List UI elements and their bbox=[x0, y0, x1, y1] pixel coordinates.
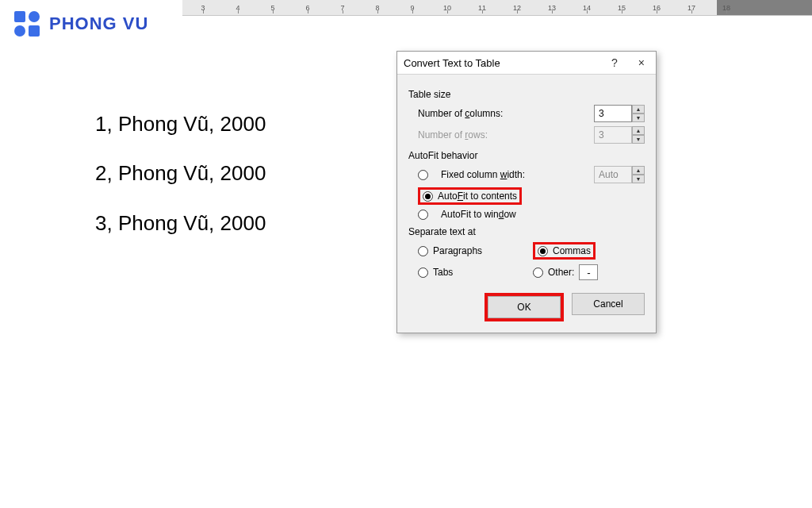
paragraphs-radio[interactable] bbox=[418, 246, 428, 256]
paragraphs-label: Paragraphs bbox=[433, 245, 482, 256]
tabs-radio[interactable] bbox=[418, 267, 428, 278]
brand-logo: PHONG VU bbox=[14, 11, 148, 37]
ruler-mark: 10 bbox=[430, 4, 465, 12]
dialog-title-text: Convert Text to Table bbox=[404, 57, 500, 69]
fixed-width-spinner: ▲ ▼ bbox=[594, 166, 645, 183]
ruler-mark: 17 bbox=[674, 4, 709, 12]
fixed-width-up-button: ▲ bbox=[632, 166, 645, 175]
columns-spinner[interactable]: ▲ ▼ bbox=[594, 105, 645, 122]
close-button[interactable]: × bbox=[634, 56, 649, 69]
dialog-titlebar[interactable]: Convert Text to Table ? × bbox=[397, 52, 656, 75]
horizontal-ruler[interactable]: 3 4 5 6 7 8 9 10 11 12 13 14 15 16 17 18 bbox=[182, 0, 812, 16]
other-input[interactable] bbox=[579, 264, 598, 280]
text-line: 2, Phong Vũ, 2000 bbox=[95, 148, 266, 198]
convert-text-to-table-dialog: Convert Text to Table ? × Table size Num… bbox=[396, 51, 657, 333]
ruler-mark: 12 bbox=[500, 4, 534, 12]
autofit-group-label: AutoFit behavior bbox=[408, 150, 645, 161]
fixed-width-input bbox=[594, 166, 632, 183]
brand-logo-text: PHONG VU bbox=[49, 13, 148, 34]
autofit-contents-label: AutoFit to contents bbox=[438, 190, 517, 202]
cancel-button[interactable]: Cancel bbox=[572, 293, 645, 315]
ruler-mark: 15 bbox=[604, 4, 639, 12]
ruler-mark: 11 bbox=[465, 4, 500, 12]
columns-label: Number of columns: bbox=[418, 108, 586, 119]
autofit-window-radio[interactable] bbox=[418, 210, 428, 220]
fixed-width-radio[interactable] bbox=[418, 170, 428, 180]
rows-down-button: ▼ bbox=[632, 135, 645, 144]
ruler-mark: 16 bbox=[639, 4, 674, 12]
rows-up-button: ▲ bbox=[632, 126, 645, 135]
ruler-mark: 7 bbox=[325, 4, 360, 12]
ruler-mark: 14 bbox=[569, 4, 604, 12]
columns-down-button[interactable]: ▼ bbox=[632, 114, 645, 122]
ruler-mark: 6 bbox=[290, 4, 325, 12]
help-button[interactable]: ? bbox=[607, 56, 622, 69]
rows-input bbox=[594, 126, 632, 144]
commas-radio[interactable] bbox=[538, 246, 548, 256]
ruler-mark: 18 bbox=[709, 4, 744, 12]
autofit-window-label: AutoFit to window bbox=[441, 209, 645, 220]
autofit-contents-highlight: AutoFit to contents bbox=[418, 187, 522, 205]
commas-highlight: Commas bbox=[533, 242, 596, 260]
other-label: Other: bbox=[548, 267, 574, 278]
other-radio[interactable] bbox=[533, 267, 543, 278]
fixed-width-label: Fixed column width: bbox=[441, 169, 586, 180]
rows-spinner: ▲ ▼ bbox=[594, 126, 645, 144]
rows-label: Number of rows: bbox=[418, 129, 586, 140]
brand-logo-icon bbox=[14, 11, 44, 37]
table-size-group-label: Table size bbox=[408, 89, 645, 100]
ruler-mark: 4 bbox=[220, 4, 255, 12]
commas-label: Commas bbox=[553, 245, 591, 256]
ok-highlight: OK bbox=[485, 293, 564, 321]
text-line: 3, Phong Vũ, 2000 bbox=[95, 198, 266, 248]
ruler-mark: 3 bbox=[186, 4, 220, 12]
separate-group-label: Separate text at bbox=[408, 226, 645, 237]
document-body[interactable]: 1, Phong Vũ, 2000 2, Phong Vũ, 2000 3, P… bbox=[95, 99, 266, 248]
ok-button[interactable]: OK bbox=[488, 296, 561, 318]
columns-input[interactable] bbox=[594, 105, 632, 122]
columns-up-button[interactable]: ▲ bbox=[632, 105, 645, 114]
autofit-contents-radio[interactable] bbox=[423, 191, 433, 202]
text-line: 1, Phong Vũ, 2000 bbox=[95, 99, 266, 148]
ruler-mark: 5 bbox=[255, 4, 290, 12]
ruler-mark: 8 bbox=[360, 4, 395, 12]
fixed-width-down-button: ▼ bbox=[632, 175, 645, 183]
ruler-mark: 13 bbox=[534, 4, 569, 12]
ruler-mark: 9 bbox=[395, 4, 430, 12]
tabs-label: Tabs bbox=[433, 267, 453, 278]
